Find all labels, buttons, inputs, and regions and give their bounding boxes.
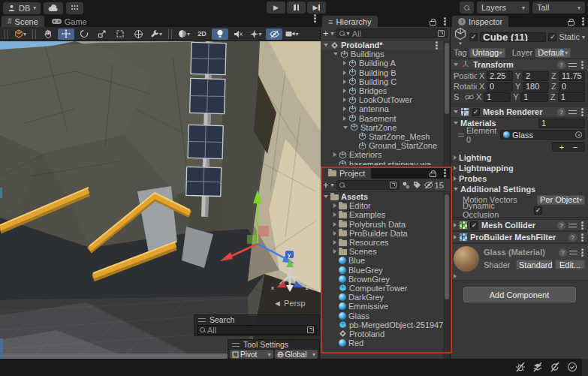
- tab-inspector[interactable]: i Inspector: [452, 16, 508, 27]
- resize-grip[interactable]: [582, 359, 588, 376]
- foldout-collapsed-icon[interactable]: [333, 240, 336, 245]
- help-icon[interactable]: ?: [557, 108, 565, 116]
- preset-icon[interactable]: [568, 222, 577, 229]
- tasks-done-icon[interactable]: [567, 362, 577, 372]
- account-button[interactable]: DB ▾: [3, 2, 41, 14]
- position-y-field[interactable]: 2: [523, 71, 549, 81]
- foldout-collapsed-icon[interactable]: [343, 71, 346, 75]
- add-component-button[interactable]: Add Component: [463, 287, 576, 302]
- mesh-renderer-header[interactable]: ✓ Mesh Renderer ?: [451, 106, 588, 118]
- camera-dropdown[interactable]: ▾: [284, 29, 300, 40]
- scale-x-field[interactable]: 1: [484, 92, 511, 102]
- rotate-tool-button[interactable]: [76, 29, 92, 40]
- project-item-glass[interactable]: Glass: [321, 311, 450, 320]
- kebab-menu-icon[interactable]: [581, 224, 583, 227]
- global-dropdown[interactable]: Global▾: [275, 350, 318, 359]
- static-checkbox[interactable]: ✓: [548, 33, 556, 41]
- step-button[interactable]: ▶: [307, 2, 326, 14]
- cloud-button[interactable]: [44, 2, 63, 14]
- kebab-menu-icon[interactable]: [581, 111, 583, 113]
- hierarchy-item-basement-stairway-wa[interactable]: basement stairway wa: [321, 159, 450, 165]
- 2d-toggle-button[interactable]: 2D: [194, 29, 210, 40]
- active-checkbox[interactable]: ✓: [469, 33, 478, 41]
- scale-z-field[interactable]: 1: [558, 92, 585, 102]
- search-by-label-icon[interactable]: [413, 181, 421, 189]
- scale-y-field[interactable]: 1: [520, 92, 547, 102]
- gameobject-icon-dropdown[interactable]: ▾: [454, 27, 467, 47]
- dynamic-occlusion-checkbox[interactable]: ✓: [534, 206, 542, 215]
- project-item-blue[interactable]: Blue: [321, 256, 450, 265]
- rect-tool-button[interactable]: [112, 29, 128, 40]
- picker-icon[interactable]: [438, 30, 445, 37]
- scale-tool-button[interactable]: [94, 29, 110, 40]
- mesh-collider-header[interactable]: ✓ Mesh Collider ?: [451, 219, 588, 231]
- hierarchy-item-lookouttower[interactable]: LookOutTower: [321, 95, 450, 104]
- custom-tools-dropdown[interactable]: ▾: [148, 29, 164, 40]
- transform-tool-button[interactable]: [130, 29, 146, 40]
- project-item-pb-mergedobject-2519470[interactable]: pb-MergedObject-2519470: [321, 320, 450, 329]
- transform-header[interactable]: Transform ?: [451, 59, 588, 71]
- section-additional-settings[interactable]: Additional Settings: [451, 184, 588, 194]
- drag-handle-icon[interactable]: [232, 343, 240, 347]
- hierarchy-item-basement[interactable]: Basement: [321, 114, 450, 123]
- lock-icon[interactable]: [430, 21, 436, 26]
- material-preview-foldout[interactable]: [454, 274, 457, 278]
- foldout-icon[interactable]: [454, 122, 458, 125]
- object-name-field[interactable]: [480, 32, 546, 42]
- shader-dropdown[interactable]: Standard▾: [516, 260, 553, 269]
- kebab-menu-icon[interactable]: [314, 17, 316, 20]
- rotation-z-field[interactable]: 0: [559, 82, 585, 92]
- cache-disabled-icon[interactable]: [532, 362, 543, 372]
- rotation-y-field[interactable]: 180: [523, 82, 549, 92]
- rotation-x-field[interactable]: 0: [487, 82, 513, 92]
- kebab-menu-icon[interactable]: [581, 236, 583, 239]
- tab-hierarchy[interactable]: ≡ Hierarchy: [322, 16, 378, 27]
- hidden-packages-toggle[interactable]: 15: [424, 181, 444, 190]
- audio-toggle-button[interactable]: [230, 29, 246, 40]
- component-enabled-checkbox[interactable]: ✓: [472, 108, 480, 116]
- picker-icon[interactable]: [307, 326, 314, 333]
- foldout-collapsed-icon[interactable]: [333, 152, 336, 157]
- foldout-expanded-icon[interactable]: [324, 195, 328, 198]
- project-item-emmissive[interactable]: Emmissive: [321, 302, 450, 311]
- foldout-collapsed-icon[interactable]: [333, 231, 336, 236]
- hierarchy-item-ground-startzone[interactable]: Ground_StartZone: [321, 141, 450, 150]
- hierarchy-item-antenna[interactable]: antenna: [321, 104, 450, 113]
- shader-edit-button[interactable]: Edit...: [555, 260, 585, 269]
- project-item-scenes[interactable]: Scenes: [321, 247, 450, 256]
- preset-icon[interactable]: [568, 109, 577, 116]
- foldout-collapsed-icon[interactable]: [343, 80, 346, 84]
- foldout-collapsed-icon[interactable]: [343, 116, 346, 121]
- hierarchy-item-building-a[interactable]: Building A: [321, 59, 450, 68]
- project-item-browngrey[interactable]: BrownGrey: [321, 275, 450, 284]
- foldout-collapsed-icon[interactable]: [333, 222, 336, 227]
- hierarchy-item-building-b[interactable]: Building B: [321, 68, 450, 77]
- foldout-collapsed-icon[interactable]: [333, 203, 336, 208]
- project-item-examples[interactable]: Examples: [321, 210, 450, 219]
- move-tool-button[interactable]: [58, 29, 74, 40]
- hierarchy-item-startzone-mesh[interactable]: StartZone_Mesh: [321, 132, 450, 141]
- section-lightmapping[interactable]: Lightmapping: [451, 163, 588, 173]
- project-scrollbar[interactable]: [443, 193, 450, 359]
- effects-dropdown[interactable]: ▾: [248, 29, 264, 40]
- project-item-bluegrey[interactable]: BlueGrey: [321, 266, 450, 275]
- foldout-expanded-icon[interactable]: [343, 126, 348, 129]
- component-enabled-checkbox[interactable]: ✓: [470, 221, 478, 230]
- project-search-input[interactable]: [336, 180, 400, 190]
- foldout-collapsed-icon[interactable]: [333, 212, 336, 217]
- hierarchy-item-bridges[interactable]: Bridges: [321, 86, 450, 95]
- object-picker-icon[interactable]: [575, 131, 582, 138]
- foldout-collapsed-icon[interactable]: [343, 98, 346, 102]
- project-item-protoland[interactable]: Protoland: [321, 329, 450, 338]
- services-button[interactable]: [66, 2, 83, 14]
- help-icon[interactable]: ?: [568, 233, 577, 242]
- static-dropdown[interactable]: ▾: [582, 34, 585, 41]
- preset-icon[interactable]: [569, 249, 577, 256]
- kebab-menu-icon[interactable]: [436, 44, 438, 47]
- kebab-menu-icon[interactable]: [444, 172, 446, 174]
- hierarchy-item-startzone[interactable]: StartZone: [321, 123, 450, 132]
- lock-icon[interactable]: [430, 173, 436, 177]
- project-item-editor[interactable]: Editor: [321, 201, 450, 210]
- add-gameobject-button[interactable]: +: [323, 30, 329, 38]
- section-lighting[interactable]: Lighting: [451, 152, 588, 163]
